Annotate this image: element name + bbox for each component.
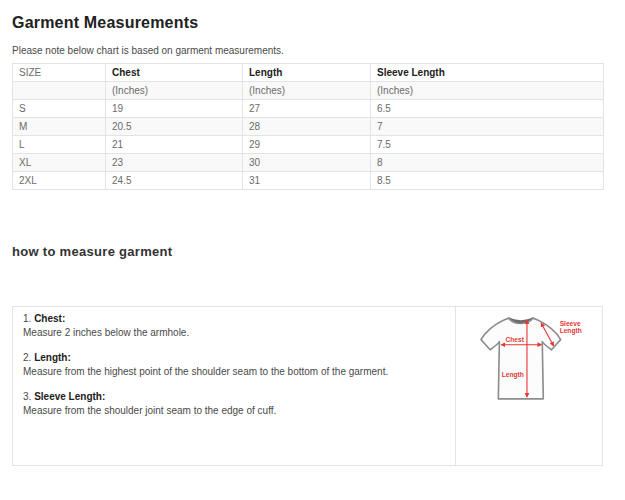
size-cell: M xyxy=(13,118,106,136)
length-cell: 28 xyxy=(243,118,371,136)
units-cell: (Inches) xyxy=(243,82,371,100)
instruction-number: 3. xyxy=(23,391,31,402)
garment-measurements-page: Garment Measurements Please note below c… xyxy=(0,13,625,466)
sleeve-cell: 8 xyxy=(371,154,604,172)
diagram-column: Chest Length Sleeve Length xyxy=(455,307,602,465)
units-cell: (Inches) xyxy=(371,82,604,100)
table-row-2xl: 2XL 24.5 31 8.5 xyxy=(13,172,604,190)
instruction-number: 1. xyxy=(23,313,31,324)
chest-cell: 20.5 xyxy=(106,118,243,136)
sleeve-cell: 6.5 xyxy=(371,100,604,118)
table-row-xl: XL 23 30 8 xyxy=(13,154,604,172)
size-cell: 2XL xyxy=(13,172,106,190)
size-cell: L xyxy=(13,136,106,154)
instruction-number: 2. xyxy=(23,352,31,363)
tshirt-measurement-diagram: Chest Length Sleeve Length xyxy=(470,312,588,406)
chart-note: Please note below chart is based on garm… xyxy=(12,45,613,57)
instruction-text: Measure from the shoulder joint seam to … xyxy=(23,405,445,417)
instruction-label: Length: xyxy=(34,352,71,363)
instruction-length: 2. Length: Measure from the highest poin… xyxy=(23,352,445,378)
how-to-measure-heading: how to measure garment xyxy=(12,244,613,260)
instruction-label: Sleeve Length: xyxy=(34,391,105,402)
chest-cell: 23 xyxy=(106,154,243,172)
table-units-row: (Inches) (Inches) (Inches) xyxy=(13,82,604,100)
tshirt-outline xyxy=(481,318,561,399)
instruction-label: Chest: xyxy=(34,313,65,324)
instruction-sleeve-length: 3. Sleeve Length: Measure from the shoul… xyxy=(23,391,445,417)
col-header-chest: Chest xyxy=(106,64,243,82)
instruction-text: Measure 2 inches below the armhole. xyxy=(23,327,445,339)
measure-instructions-box: 1. Chest: Measure 2 inches below the arm… xyxy=(12,306,603,466)
instruction-heading: 2. Length: xyxy=(23,352,445,364)
instruction-heading: 1. Chest: xyxy=(23,313,445,325)
col-header-length: Length xyxy=(243,64,371,82)
table-row-s: S 19 27 6.5 xyxy=(13,100,604,118)
chest-cell: 21 xyxy=(106,136,243,154)
sleeve-length-label-line2: Length xyxy=(560,327,582,335)
page-title: Garment Measurements xyxy=(12,13,613,32)
instructions-column: 1. Chest: Measure 2 inches below the arm… xyxy=(13,307,455,465)
size-cell: XL xyxy=(13,154,106,172)
size-cell: S xyxy=(13,100,106,118)
instruction-chest: 1. Chest: Measure 2 inches below the arm… xyxy=(23,313,445,339)
instruction-heading: 3. Sleeve Length: xyxy=(23,391,445,403)
length-cell: 30 xyxy=(243,154,371,172)
length-label: Length xyxy=(502,371,524,379)
length-cell: 27 xyxy=(243,100,371,118)
units-cell: (Inches) xyxy=(106,82,243,100)
sleeve-cell: 7 xyxy=(371,118,604,136)
chest-cell: 24.5 xyxy=(106,172,243,190)
units-cell xyxy=(13,82,106,100)
table-row-m: M 20.5 28 7 xyxy=(13,118,604,136)
table-row-l: L 21 29 7.5 xyxy=(13,136,604,154)
sleeve-cell: 7.5 xyxy=(371,136,604,154)
col-header-sleeve-length: Sleeve Length xyxy=(371,64,604,82)
chest-cell: 19 xyxy=(106,100,243,118)
sleeve-length-label-line1: Sleeve xyxy=(560,320,581,327)
size-chart-table: SIZE Chest Length Sleeve Length (Inches)… xyxy=(12,63,604,190)
sleeve-cell: 8.5 xyxy=(371,172,604,190)
chest-label: Chest xyxy=(506,336,525,343)
col-header-size: SIZE xyxy=(13,64,106,82)
length-cell: 31 xyxy=(243,172,371,190)
table-header-row: SIZE Chest Length Sleeve Length xyxy=(13,64,604,82)
length-cell: 29 xyxy=(243,136,371,154)
instruction-text: Measure from the highest point of the sh… xyxy=(23,366,445,378)
